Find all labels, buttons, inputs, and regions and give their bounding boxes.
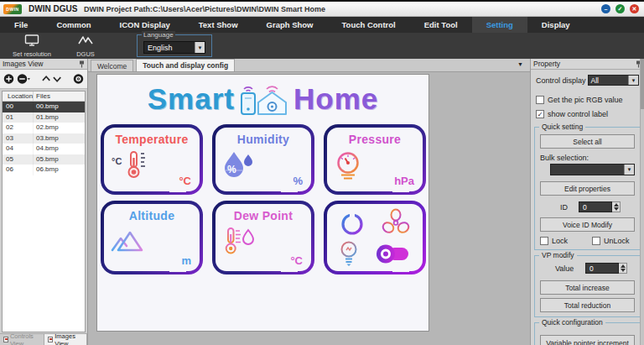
power-icon[interactable] [339,208,366,237]
menu-setting[interactable]: Setting [472,17,527,33]
variable-pointer-increment-button[interactable]: Variable pointer increment [540,335,635,345]
property-title: Property [533,60,636,68]
show-control-label-checkbox[interactable]: ✓ [536,110,544,118]
scrollbar-thumb[interactable] [641,59,644,109]
language-select[interactable]: English ▼ [143,41,205,54]
quick-setting-group: Quick setting Select all Bulk selection:… [534,127,641,250]
value-spinner[interactable]: 0 [585,263,627,274]
move-down-icon[interactable] [53,73,61,85]
select-all-button[interactable]: Select all [540,134,635,149]
tile-label: Humidity [216,128,311,146]
table-row[interactable]: 0303.bmp [3,133,85,144]
unlock-checkbox[interactable] [592,237,600,245]
toggle-switch-icon[interactable] [375,240,412,267]
edit-properties-button[interactable]: Edit properties [540,181,635,196]
menu-common[interactable]: Common [42,17,105,33]
preview-eye-icon[interactable] [73,73,84,85]
design-canvas[interactable]: Smart Home [96,74,429,332]
tab-label: Images View [55,332,83,345]
tab-controls-view[interactable]: Controls View [0,334,44,345]
row-location: 00 [3,102,34,112]
column-files: Files [34,91,85,101]
menu-file[interactable]: File [0,17,42,33]
rgb-checkbox[interactable] [536,96,544,104]
maximize-button[interactable]: ✓ [615,4,625,13]
gauge-icon [334,150,364,180]
column-location: Location [3,91,34,101]
show-label-checkbox-row[interactable]: ✓ show control label [536,110,639,118]
table-row[interactable]: 0202.bmp [3,123,85,133]
app-title: DWIN DGUS [29,4,77,13]
row-location: 05 [3,154,34,165]
move-up-icon[interactable] [42,73,50,85]
title-bar: DWIN DWIN DGUS DWIN Project Path:C:\User… [0,0,644,17]
images-view-icon [48,337,53,342]
bulk-selection-select[interactable]: ▼ [550,164,635,175]
bulk-selection-label: Bulk selection: [540,154,589,162]
light-bulb-icon[interactable] [338,240,360,267]
tile-controls[interactable] [324,201,426,274]
svg-text:°C: °C [112,156,122,166]
menu-edit-tool[interactable]: Edit Tool [410,17,472,33]
smart-home-logo-icon [238,82,290,116]
property-panel: Property Control display All ▼ Get the p… [530,59,644,345]
tile-dew-point[interactable]: Dew Point °C [212,201,314,274]
total-increase-button[interactable]: Total increase [540,280,635,295]
menu-display[interactable]: Display [527,17,584,33]
voice-id-modify-button[interactable]: Voice ID Modify [540,217,635,232]
row-file: 05.bmp [34,154,85,165]
set-resolution-label: Set resolution [8,50,55,58]
minimize-button[interactable]: – [601,4,610,13]
close-button[interactable]: ✕ [630,4,639,13]
rgb-checkbox-label: Get the pic RGB value [548,96,623,104]
table-row[interactable]: 0101.bmp [3,112,85,123]
mountain-icon [111,227,144,254]
menu-text-show[interactable]: Text Show [184,17,252,33]
id-label: ID [560,203,568,212]
dgus-button[interactable]: DGUS [67,34,104,58]
water-drop-icon: % [222,150,256,180]
property-scrollbar[interactable] [640,59,644,345]
control-display-row: Control display All ▼ [536,75,639,86]
id-spinner[interactable]: 0 [579,201,621,212]
tile-humidity[interactable]: Humidity % % [212,124,314,195]
menu-touch-control[interactable]: Touch Control [328,17,410,33]
lock-checkbox[interactable] [540,237,548,245]
table-row[interactable]: 0505.bmp [3,154,85,165]
pin-icon[interactable] [79,60,85,68]
menu-graph-show[interactable]: Graph Show [252,17,328,33]
vp-modify-title: VP modify [539,251,577,259]
spinner-arrows-icon[interactable] [619,263,627,274]
project-path: DWIN Project Path:C:\Users\Acer\Pictures… [84,5,325,13]
dropdown-arrow-icon[interactable]: ▼ [624,165,634,175]
remove-image-icon[interactable] [17,73,31,85]
images-view-header: Images View [0,59,87,70]
tile-pressure[interactable]: Pressure hPa [324,124,426,195]
spinner-arrows-icon[interactable] [612,201,621,212]
row-file: 00.bmp [34,102,85,112]
control-display-select[interactable]: All ▼ [588,75,639,86]
table-row[interactable]: 0404.bmp [3,144,85,154]
table-row[interactable]: 0606.bmp [3,165,85,175]
lock-checkbox-row[interactable]: Lock [540,237,568,245]
add-image-icon[interactable] [3,73,14,85]
dropdown-arrow-icon[interactable]: ▼ [628,76,638,85]
tile-temperature[interactable]: Temperature °C °C [101,124,203,195]
total-reduction-button[interactable]: Total reduction [540,298,635,312]
language-dropdown-arrow-icon[interactable]: ▼ [195,42,205,53]
tab-touch-and-display-config[interactable]: Touch and display config [136,59,235,71]
tab-welcome[interactable]: Welcome [91,60,133,71]
id-value: 0 [579,201,612,212]
row-location: 06 [3,165,34,175]
table-row[interactable]: 0000.bmp [3,102,85,112]
tile-altitude[interactable]: Altitude m [101,201,203,274]
rgb-checkbox-row[interactable]: Get the pic RGB value [536,96,639,104]
tab-overflow-arrow-icon[interactable]: ▼ [517,61,523,67]
fan-icon[interactable] [381,208,411,237]
unlock-checkbox-row[interactable]: UnLock [592,237,630,245]
tab-images-view[interactable]: Images View [44,334,87,345]
set-resolution-button[interactable]: Set resolution [8,34,55,58]
row-location: 04 [3,144,34,154]
unlock-label: UnLock [604,237,630,245]
tile-label: Altitude [104,204,200,222]
